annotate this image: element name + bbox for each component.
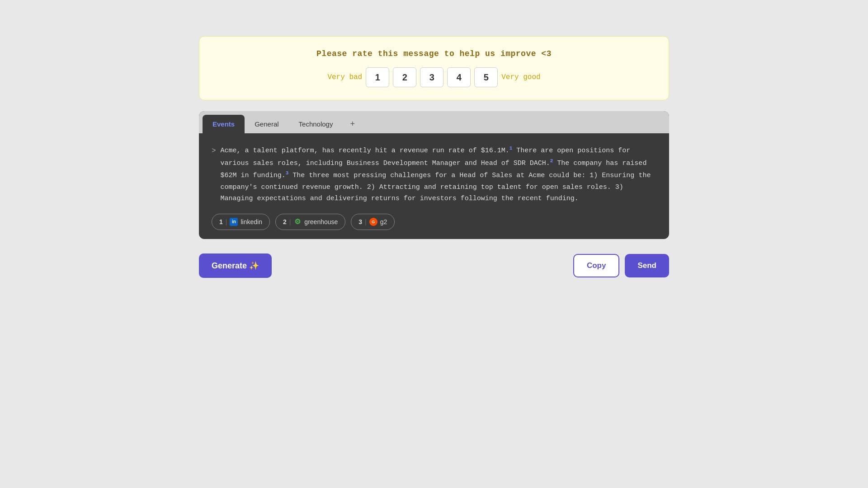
ref-3: 3 <box>286 170 289 176</box>
send-button[interactable]: Send <box>625 254 669 277</box>
tab-events[interactable]: Events <box>203 115 245 133</box>
rating-3[interactable]: 3 <box>420 67 443 87</box>
rating-2[interactable]: 2 <box>393 67 416 87</box>
generate-button[interactable]: Generate ✨ <box>199 253 272 278</box>
right-buttons: Copy Send <box>573 254 669 277</box>
g2-icon: G <box>369 218 377 226</box>
tab-add[interactable]: + <box>343 115 362 133</box>
tab-general[interactable]: General <box>245 115 288 133</box>
rating-4[interactable]: 4 <box>447 67 471 87</box>
page-wrapper: Please rate this message to help us impr… <box>199 36 669 278</box>
ref-1: 1 <box>509 145 513 151</box>
bottom-row: Generate ✨ Copy Send <box>199 253 669 278</box>
linkedin-icon: in <box>230 218 238 226</box>
source-1-num: 1 <box>219 218 223 225</box>
content-area: > Acme, a talent platform, has recently … <box>199 133 669 239</box>
message-arrow: > <box>212 145 216 205</box>
source-3-num: 3 <box>359 218 362 225</box>
source-3-name: g2 <box>380 218 387 225</box>
source-1-name: linkedin <box>241 218 262 225</box>
tab-technology[interactable]: Technology <box>289 115 343 133</box>
main-card: Events General Technology + > Acme, a ta… <box>199 111 669 239</box>
ref-2: 2 <box>550 158 553 164</box>
source-linkedin[interactable]: 1 | in linkedin <box>212 214 270 230</box>
very-bad-label: Very bad <box>327 73 362 81</box>
rating-title: Please rate this message to help us impr… <box>316 49 552 58</box>
message-body: Acme, a talent platform, has recently hi… <box>221 144 656 205</box>
copy-button[interactable]: Copy <box>573 254 620 277</box>
divider-1: | <box>226 218 227 225</box>
source-greenhouse[interactable]: 2 | ⚙ greenhouse <box>275 214 345 230</box>
rating-5[interactable]: 5 <box>474 67 498 87</box>
rating-1[interactable]: 1 <box>366 67 389 87</box>
divider-2: | <box>289 218 291 225</box>
very-good-label: Very good <box>501 73 540 81</box>
rating-card: Please rate this message to help us impr… <box>199 36 669 100</box>
source-g2[interactable]: 3 | G g2 <box>351 214 395 230</box>
message-text: > Acme, a talent platform, has recently … <box>212 144 656 205</box>
divider-3: | <box>365 218 367 225</box>
message-part-1: Acme, a talent platform, has recently hi… <box>221 147 651 202</box>
rating-row: Very bad 1 2 3 4 5 Very good <box>327 67 540 87</box>
sources-row: 1 | in linkedin 2 | ⚙ greenhouse 3 | G g… <box>212 214 656 230</box>
greenhouse-icon: ⚙ <box>293 218 302 226</box>
source-2-num: 2 <box>283 218 287 225</box>
tabs-row: Events General Technology + <box>199 111 669 133</box>
source-2-name: greenhouse <box>304 218 338 225</box>
